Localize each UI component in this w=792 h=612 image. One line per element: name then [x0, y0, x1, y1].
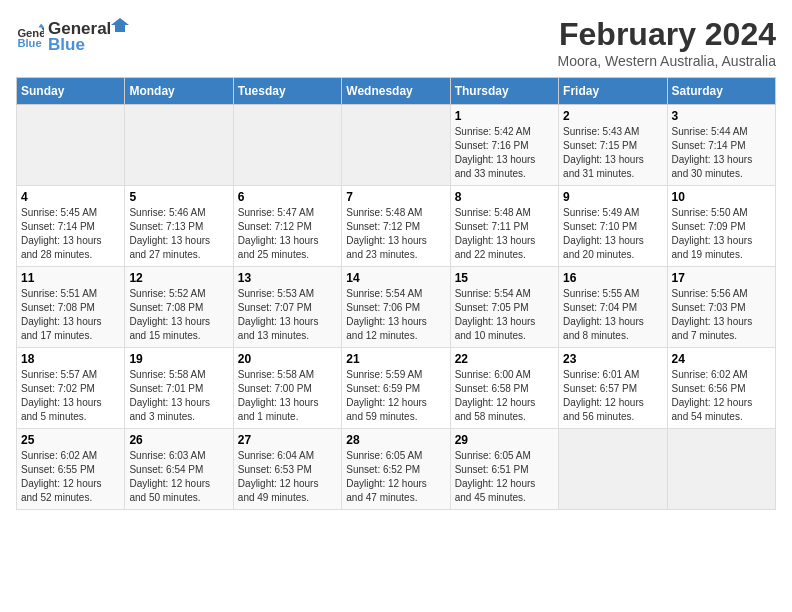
- cell-w1-d4: 8Sunrise: 5:48 AM Sunset: 7:11 PM Daylig…: [450, 186, 558, 267]
- main-title: February 2024: [558, 16, 776, 53]
- day-info-11: Sunrise: 5:51 AM Sunset: 7:08 PM Dayligh…: [21, 287, 120, 343]
- day-number-27: 27: [238, 433, 337, 447]
- day-number-23: 23: [563, 352, 662, 366]
- dow-monday: Monday: [125, 78, 233, 105]
- day-info-6: Sunrise: 5:47 AM Sunset: 7:12 PM Dayligh…: [238, 206, 337, 262]
- header-area: General Blue General Blue February 2024 …: [16, 16, 776, 69]
- day-number-19: 19: [129, 352, 228, 366]
- day-info-20: Sunrise: 5:58 AM Sunset: 7:00 PM Dayligh…: [238, 368, 337, 424]
- week-row-2: 11Sunrise: 5:51 AM Sunset: 7:08 PM Dayli…: [17, 267, 776, 348]
- day-info-24: Sunrise: 6:02 AM Sunset: 6:56 PM Dayligh…: [672, 368, 771, 424]
- day-number-15: 15: [455, 271, 554, 285]
- day-number-28: 28: [346, 433, 445, 447]
- week-row-1: 4Sunrise: 5:45 AM Sunset: 7:14 PM Daylig…: [17, 186, 776, 267]
- day-info-17: Sunrise: 5:56 AM Sunset: 7:03 PM Dayligh…: [672, 287, 771, 343]
- cell-w2-d1: 12Sunrise: 5:52 AM Sunset: 7:08 PM Dayli…: [125, 267, 233, 348]
- cell-w4-d5: [559, 429, 667, 510]
- day-number-12: 12: [129, 271, 228, 285]
- day-info-8: Sunrise: 5:48 AM Sunset: 7:11 PM Dayligh…: [455, 206, 554, 262]
- cell-w4-d2: 27Sunrise: 6:04 AM Sunset: 6:53 PM Dayli…: [233, 429, 341, 510]
- day-info-19: Sunrise: 5:58 AM Sunset: 7:01 PM Dayligh…: [129, 368, 228, 424]
- cell-w0-d4: 1Sunrise: 5:42 AM Sunset: 7:16 PM Daylig…: [450, 105, 558, 186]
- cell-w0-d3: [342, 105, 450, 186]
- dow-friday: Friday: [559, 78, 667, 105]
- cell-w0-d6: 3Sunrise: 5:44 AM Sunset: 7:14 PM Daylig…: [667, 105, 775, 186]
- day-number-22: 22: [455, 352, 554, 366]
- day-number-2: 2: [563, 109, 662, 123]
- dow-saturday: Saturday: [667, 78, 775, 105]
- cell-w2-d6: 17Sunrise: 5:56 AM Sunset: 7:03 PM Dayli…: [667, 267, 775, 348]
- day-info-16: Sunrise: 5:55 AM Sunset: 7:04 PM Dayligh…: [563, 287, 662, 343]
- day-number-1: 1: [455, 109, 554, 123]
- cell-w1-d2: 6Sunrise: 5:47 AM Sunset: 7:12 PM Daylig…: [233, 186, 341, 267]
- day-info-4: Sunrise: 5:45 AM Sunset: 7:14 PM Dayligh…: [21, 206, 120, 262]
- day-number-4: 4: [21, 190, 120, 204]
- cell-w0-d5: 2Sunrise: 5:43 AM Sunset: 7:15 PM Daylig…: [559, 105, 667, 186]
- cell-w4-d3: 28Sunrise: 6:05 AM Sunset: 6:52 PM Dayli…: [342, 429, 450, 510]
- calendar-table: Sunday Monday Tuesday Wednesday Thursday…: [16, 77, 776, 510]
- day-info-14: Sunrise: 5:54 AM Sunset: 7:06 PM Dayligh…: [346, 287, 445, 343]
- day-info-26: Sunrise: 6:03 AM Sunset: 6:54 PM Dayligh…: [129, 449, 228, 505]
- day-info-15: Sunrise: 5:54 AM Sunset: 7:05 PM Dayligh…: [455, 287, 554, 343]
- cell-w4-d0: 25Sunrise: 6:02 AM Sunset: 6:55 PM Dayli…: [17, 429, 125, 510]
- day-number-8: 8: [455, 190, 554, 204]
- day-number-20: 20: [238, 352, 337, 366]
- day-number-24: 24: [672, 352, 771, 366]
- svg-marker-2: [38, 23, 44, 27]
- day-number-7: 7: [346, 190, 445, 204]
- day-info-28: Sunrise: 6:05 AM Sunset: 6:52 PM Dayligh…: [346, 449, 445, 505]
- cell-w2-d2: 13Sunrise: 5:53 AM Sunset: 7:07 PM Dayli…: [233, 267, 341, 348]
- day-info-21: Sunrise: 5:59 AM Sunset: 6:59 PM Dayligh…: [346, 368, 445, 424]
- cell-w1-d1: 5Sunrise: 5:46 AM Sunset: 7:13 PM Daylig…: [125, 186, 233, 267]
- day-number-13: 13: [238, 271, 337, 285]
- day-info-22: Sunrise: 6:00 AM Sunset: 6:58 PM Dayligh…: [455, 368, 554, 424]
- cell-w4-d1: 26Sunrise: 6:03 AM Sunset: 6:54 PM Dayli…: [125, 429, 233, 510]
- day-number-14: 14: [346, 271, 445, 285]
- cell-w3-d5: 23Sunrise: 6:01 AM Sunset: 6:57 PM Dayli…: [559, 348, 667, 429]
- day-info-27: Sunrise: 6:04 AM Sunset: 6:53 PM Dayligh…: [238, 449, 337, 505]
- svg-marker-4: [111, 18, 129, 32]
- day-info-10: Sunrise: 5:50 AM Sunset: 7:09 PM Dayligh…: [672, 206, 771, 262]
- logo-icon: General Blue: [16, 22, 44, 50]
- day-number-10: 10: [672, 190, 771, 204]
- calendar-header: Sunday Monday Tuesday Wednesday Thursday…: [17, 78, 776, 105]
- cell-w2-d5: 16Sunrise: 5:55 AM Sunset: 7:04 PM Dayli…: [559, 267, 667, 348]
- logo: General Blue General Blue: [16, 16, 129, 55]
- cell-w4-d4: 29Sunrise: 6:05 AM Sunset: 6:51 PM Dayli…: [450, 429, 558, 510]
- cell-w3-d3: 21Sunrise: 5:59 AM Sunset: 6:59 PM Dayli…: [342, 348, 450, 429]
- day-info-13: Sunrise: 5:53 AM Sunset: 7:07 PM Dayligh…: [238, 287, 337, 343]
- cell-w2-d0: 11Sunrise: 5:51 AM Sunset: 7:08 PM Dayli…: [17, 267, 125, 348]
- day-info-12: Sunrise: 5:52 AM Sunset: 7:08 PM Dayligh…: [129, 287, 228, 343]
- day-number-11: 11: [21, 271, 120, 285]
- day-info-5: Sunrise: 5:46 AM Sunset: 7:13 PM Dayligh…: [129, 206, 228, 262]
- cell-w3-d1: 19Sunrise: 5:58 AM Sunset: 7:01 PM Dayli…: [125, 348, 233, 429]
- dow-tuesday: Tuesday: [233, 78, 341, 105]
- logo-bird-icon: [111, 16, 129, 34]
- cell-w3-d4: 22Sunrise: 6:00 AM Sunset: 6:58 PM Dayli…: [450, 348, 558, 429]
- cell-w0-d2: [233, 105, 341, 186]
- day-info-23: Sunrise: 6:01 AM Sunset: 6:57 PM Dayligh…: [563, 368, 662, 424]
- dow-wednesday: Wednesday: [342, 78, 450, 105]
- day-number-26: 26: [129, 433, 228, 447]
- cell-w1-d6: 10Sunrise: 5:50 AM Sunset: 7:09 PM Dayli…: [667, 186, 775, 267]
- day-number-25: 25: [21, 433, 120, 447]
- day-info-3: Sunrise: 5:44 AM Sunset: 7:14 PM Dayligh…: [672, 125, 771, 181]
- day-number-6: 6: [238, 190, 337, 204]
- cell-w4-d6: [667, 429, 775, 510]
- cell-w3-d6: 24Sunrise: 6:02 AM Sunset: 6:56 PM Dayli…: [667, 348, 775, 429]
- days-of-week-row: Sunday Monday Tuesday Wednesday Thursday…: [17, 78, 776, 105]
- cell-w2-d4: 15Sunrise: 5:54 AM Sunset: 7:05 PM Dayli…: [450, 267, 558, 348]
- day-number-16: 16: [563, 271, 662, 285]
- day-info-18: Sunrise: 5:57 AM Sunset: 7:02 PM Dayligh…: [21, 368, 120, 424]
- week-row-4: 25Sunrise: 6:02 AM Sunset: 6:55 PM Dayli…: [17, 429, 776, 510]
- day-number-9: 9: [563, 190, 662, 204]
- dow-sunday: Sunday: [17, 78, 125, 105]
- week-row-3: 18Sunrise: 5:57 AM Sunset: 7:02 PM Dayli…: [17, 348, 776, 429]
- cell-w1-d5: 9Sunrise: 5:49 AM Sunset: 7:10 PM Daylig…: [559, 186, 667, 267]
- svg-text:Blue: Blue: [17, 37, 41, 49]
- day-info-25: Sunrise: 6:02 AM Sunset: 6:55 PM Dayligh…: [21, 449, 120, 505]
- cell-w0-d1: [125, 105, 233, 186]
- day-number-5: 5: [129, 190, 228, 204]
- cell-w3-d2: 20Sunrise: 5:58 AM Sunset: 7:00 PM Dayli…: [233, 348, 341, 429]
- day-number-17: 17: [672, 271, 771, 285]
